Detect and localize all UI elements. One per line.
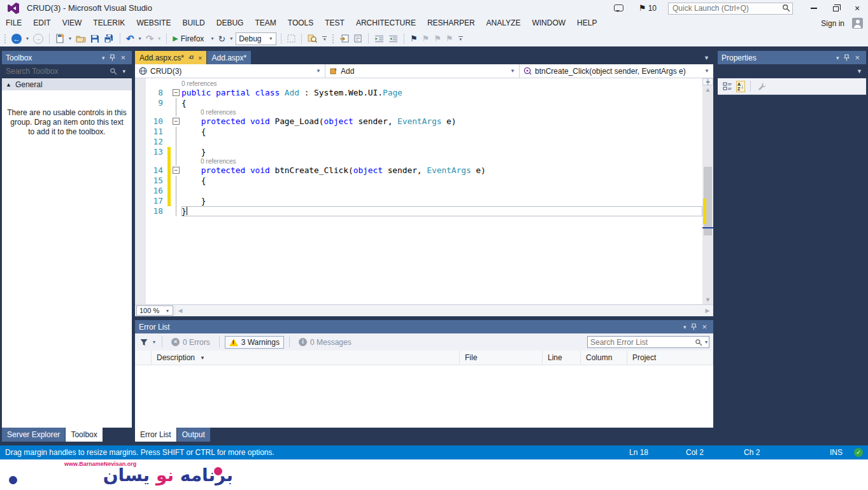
code-line-11[interactable]: 11 { xyxy=(135,127,702,137)
dock-tab-output[interactable]: Output xyxy=(177,428,210,442)
collapse-region-icon[interactable]: − xyxy=(173,118,180,125)
property-pages-button[interactable] xyxy=(756,80,768,93)
breakpoint-margin[interactable] xyxy=(135,98,146,108)
breakpoint-margin[interactable] xyxy=(135,196,146,206)
outlining-margin[interactable] xyxy=(171,176,181,186)
editor-tab[interactable]: Add.aspx* xyxy=(207,51,251,64)
document-list-chevron-icon[interactable]: ▼ xyxy=(704,55,709,61)
feedback-icon[interactable] xyxy=(614,4,623,11)
outlining-margin[interactable] xyxy=(171,137,181,147)
new-file-dropdown[interactable]: ▾ xyxy=(68,36,73,41)
window-position-icon[interactable]: ▾ xyxy=(834,55,842,61)
outlining-margin[interactable] xyxy=(171,147,181,157)
column-header-column[interactable]: Column xyxy=(581,351,627,365)
breakpoint-margin[interactable] xyxy=(135,137,146,147)
member-dropdown[interactable]: btnCreate_Click(object sender, EventArgs… xyxy=(520,64,713,78)
clear-bookmarks-button[interactable]: ⚑ xyxy=(445,32,455,45)
breakpoint-margin[interactable] xyxy=(135,80,146,88)
collapse-region-icon[interactable]: − xyxy=(173,167,180,174)
undo-button[interactable]: ↶ xyxy=(125,32,136,45)
splitter-handle[interactable]: ╪ xyxy=(702,78,713,85)
scroll-left-icon[interactable]: ◀ xyxy=(176,305,185,316)
breakpoint-margin[interactable] xyxy=(135,147,146,157)
scroll-right-icon[interactable]: ▶ xyxy=(703,305,712,316)
menu-item-test[interactable]: TEST xyxy=(319,16,350,31)
close-icon[interactable]: × xyxy=(699,322,709,332)
pin-icon[interactable] xyxy=(107,54,118,61)
code-line-8[interactable]: 8−public partial class Add : System.Web.… xyxy=(135,88,702,98)
outlining-margin[interactable] xyxy=(171,157,181,165)
chevron-down-icon[interactable]: ▾ xyxy=(120,68,128,74)
collapse-region-icon[interactable]: − xyxy=(173,89,180,96)
navigate-backward-dropdown[interactable]: ▾ xyxy=(25,36,30,41)
toolbox-search[interactable]: ▾ xyxy=(2,64,132,78)
refresh-button[interactable]: ↻ xyxy=(217,32,227,45)
navigate-to-source-button[interactable] xyxy=(338,32,350,45)
menu-item-team[interactable]: TEAM xyxy=(249,16,281,31)
outlining-margin[interactable]: − xyxy=(171,165,181,176)
filter-button[interactable] xyxy=(139,335,149,349)
horizontal-scrollbar[interactable]: ◀ ▶ xyxy=(176,305,712,316)
outlining-margin[interactable] xyxy=(171,196,181,206)
previous-bookmark-button[interactable]: ⚑ xyxy=(421,32,431,45)
filter-dropdown[interactable]: ▾ xyxy=(152,339,157,345)
toolbar-grip[interactable] xyxy=(332,34,335,44)
code-line-16[interactable]: 16 xyxy=(135,186,702,196)
toolbox-group-general[interactable]: ▲ General xyxy=(2,78,132,90)
codelens-indicator[interactable]: 0 references xyxy=(135,80,702,88)
refresh-dropdown[interactable]: ▾ xyxy=(229,36,234,41)
menu-item-website[interactable]: WEBSITE xyxy=(131,16,176,31)
code-line-17[interactable]: 17 } xyxy=(135,196,702,206)
menu-item-telerik[interactable]: TELERIK xyxy=(87,16,131,31)
pin-icon[interactable] xyxy=(688,323,699,330)
menu-item-analyze[interactable]: ANALYZE xyxy=(481,16,527,31)
vertical-scrollbar[interactable]: ╪ ▲ ▼ xyxy=(702,78,713,304)
codelens-indicator[interactable]: 0 references xyxy=(135,108,702,116)
type-dropdown[interactable]: Add ▼ xyxy=(325,64,520,78)
increase-indent-button[interactable] xyxy=(387,32,399,45)
toolbox-search-input[interactable] xyxy=(6,67,107,76)
outlining-margin[interactable] xyxy=(171,108,181,116)
breakpoint-margin[interactable] xyxy=(135,206,146,216)
close-button[interactable]: × xyxy=(846,0,868,16)
restore-button[interactable] xyxy=(825,0,846,16)
code-editor[interactable]: 0 references8−public partial class Add :… xyxy=(135,78,713,304)
decrease-indent-button[interactable] xyxy=(373,32,385,45)
outlining-margin[interactable]: − xyxy=(171,88,181,98)
chevron-down-icon[interactable]: ▾ xyxy=(704,339,709,345)
menu-item-debug[interactable]: DEBUG xyxy=(211,16,250,31)
error-list-search-input[interactable] xyxy=(588,338,694,347)
menu-item-file[interactable]: FILE xyxy=(0,16,27,31)
dock-tab-error-list[interactable]: Error List xyxy=(135,428,176,442)
quick-launch[interactable] xyxy=(668,2,793,14)
breakpoint-margin[interactable] xyxy=(135,108,146,116)
column-header-description[interactable]: Description▼ xyxy=(152,351,460,365)
code-line-9[interactable]: 9{ xyxy=(135,98,702,108)
code-line-18[interactable]: 18} xyxy=(135,206,702,216)
menu-item-tools[interactable]: TOOLS xyxy=(282,16,319,31)
breakpoint-margin[interactable] xyxy=(135,165,146,176)
error-list-search[interactable]: ▾ xyxy=(587,336,709,348)
quick-launch-input[interactable] xyxy=(668,3,793,15)
code-line-10[interactable]: 10− protected void Page_Load(object send… xyxy=(135,116,702,127)
menu-item-architecture[interactable]: ARCHITECTURE xyxy=(350,16,422,31)
new-file-button[interactable] xyxy=(54,32,66,45)
selection-button[interactable] xyxy=(286,32,297,45)
outlining-margin[interactable] xyxy=(171,127,181,137)
menu-item-window[interactable]: WINDOW xyxy=(526,16,571,31)
sign-in-link[interactable]: Sign in xyxy=(821,19,844,28)
configuration-select[interactable]: Debug ▾ xyxy=(236,32,276,45)
notifications-button[interactable]: ⚑ 10 xyxy=(639,3,657,13)
navigate-forward-button[interactable]: → xyxy=(32,32,45,45)
breakpoint-margin[interactable] xyxy=(135,116,146,127)
pin-icon[interactable] xyxy=(841,54,852,61)
outlining-margin[interactable] xyxy=(171,186,181,196)
outlining-margin[interactable] xyxy=(171,80,181,88)
close-tab-icon[interactable]: × xyxy=(198,55,202,61)
object-selector-dropdown[interactable]: ▼ xyxy=(718,64,866,78)
code-line-12[interactable]: 12 xyxy=(135,137,702,147)
redo-button[interactable]: ↷ xyxy=(145,32,155,45)
undo-dropdown[interactable]: ▾ xyxy=(138,36,143,41)
error-list-header[interactable]: Error List ▾ × xyxy=(135,320,713,333)
breakpoint-margin[interactable] xyxy=(135,186,146,196)
